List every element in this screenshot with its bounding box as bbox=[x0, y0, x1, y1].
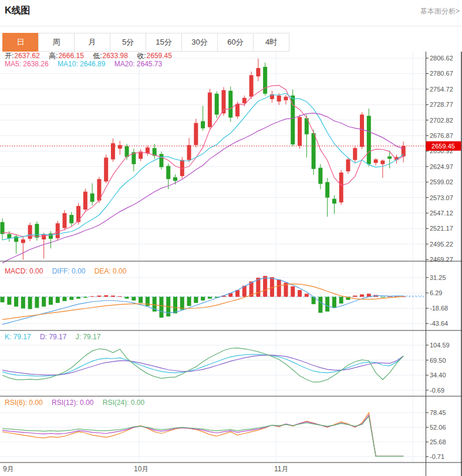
dea-value: DEA: 0.00 bbox=[95, 267, 127, 275]
svg-text:10月: 10月 bbox=[134, 465, 149, 473]
j-value: J: 79.17 bbox=[76, 333, 101, 341]
svg-text:69.50: 69.50 bbox=[430, 357, 446, 364]
macd-value: MACD: 0.00 bbox=[5, 267, 43, 275]
svg-text:-0.71: -0.71 bbox=[430, 453, 444, 460]
low-value: 2633.98 bbox=[103, 52, 128, 60]
price-marker: 2659.45 bbox=[0, 141, 461, 151]
period-tabs: 日 周 月 5分 15分 30分 60分 4时 bbox=[3, 33, 289, 52]
ma5-value: MA5: 2638.26 bbox=[5, 60, 49, 68]
rsi6-value: RSI(6): 0.00 bbox=[5, 399, 43, 407]
low-label: 低: bbox=[93, 52, 102, 60]
svg-text:31.25: 31.25 bbox=[430, 274, 446, 281]
svg-text:2469.27: 2469.27 bbox=[430, 256, 453, 263]
svg-text:2676.87: 2676.87 bbox=[430, 132, 453, 139]
high-label: 高: bbox=[49, 52, 58, 60]
tab-month[interactable]: 月 bbox=[74, 33, 110, 52]
svg-text:25.68: 25.68 bbox=[430, 438, 446, 445]
svg-text:2521.17: 2521.17 bbox=[430, 225, 453, 232]
diff-value: DIFF: 0.00 bbox=[52, 267, 86, 275]
high-value: 2666.15 bbox=[58, 52, 83, 60]
rsi-panel bbox=[2, 413, 403, 456]
kdj-panel bbox=[2, 348, 403, 382]
ma20-value: MA20: 2645.73 bbox=[114, 60, 162, 68]
tab-week[interactable]: 周 bbox=[38, 33, 75, 52]
svg-text:-18.68: -18.68 bbox=[430, 305, 448, 312]
macd-legend: MACD: 0.00 DIFF: 0.00 DEA: 0.00 bbox=[5, 267, 133, 275]
svg-text:2780.67: 2780.67 bbox=[430, 70, 453, 77]
svg-text:2573.07: 2573.07 bbox=[430, 194, 453, 201]
kline-app: 2806.622780.672754.722728.772702.822676.… bbox=[0, 0, 462, 476]
y-axis: 2806.622780.672754.722728.772702.822676.… bbox=[426, 55, 453, 460]
svg-text:52.06: 52.06 bbox=[430, 424, 446, 431]
svg-text:11月: 11月 bbox=[274, 465, 288, 473]
tab-5min[interactable]: 5分 bbox=[110, 33, 146, 52]
page-title: K线图 bbox=[5, 5, 31, 17]
svg-text:-43.64: -43.64 bbox=[430, 320, 448, 327]
svg-text:2702.82: 2702.82 bbox=[430, 117, 453, 124]
open-value: 2637.62 bbox=[14, 52, 39, 60]
svg-text:2659.45: 2659.45 bbox=[431, 143, 455, 150]
macd-panel bbox=[0, 276, 426, 325]
svg-text:6.29: 6.29 bbox=[430, 289, 442, 296]
open-label: 开: bbox=[5, 52, 14, 60]
svg-text:104.59: 104.59 bbox=[430, 342, 450, 349]
svg-text:2806.62: 2806.62 bbox=[430, 55, 453, 62]
rsi12-value: RSI(12): 0.00 bbox=[52, 399, 93, 407]
header: K线图 基本面分析> bbox=[0, 0, 462, 26]
svg-text:-0.69: -0.69 bbox=[430, 387, 444, 394]
svg-text:9月: 9月 bbox=[3, 465, 14, 473]
d-value: D: 79.17 bbox=[40, 333, 66, 341]
svg-text:34.40: 34.40 bbox=[430, 372, 446, 379]
tab-15min[interactable]: 15分 bbox=[146, 33, 182, 52]
tab-60min[interactable]: 60分 bbox=[217, 33, 254, 52]
tab-30min[interactable]: 30分 bbox=[181, 33, 218, 52]
kdj-legend: K: 79.17 D: 79.17 J: 79.17 bbox=[5, 333, 107, 341]
svg-text:2599.02: 2599.02 bbox=[430, 178, 453, 185]
ma10-value: MA10: 2646.89 bbox=[58, 60, 105, 68]
k-value: K: 79.17 bbox=[5, 333, 31, 341]
fundamental-analysis-link[interactable]: 基本面分析> bbox=[420, 6, 460, 16]
svg-text:2728.77: 2728.77 bbox=[430, 101, 453, 108]
close-value: 2659.45 bbox=[147, 52, 172, 60]
svg-text:78.45: 78.45 bbox=[430, 409, 446, 416]
rsi-legend: RSI(6): 0.00 RSI(12): 0.00 RSI(24): 0.00 bbox=[5, 399, 151, 407]
tab-4hour[interactable]: 4时 bbox=[253, 33, 289, 52]
ma-legend: MA5: 2638.26 MA10: 2646.89 MA20: 2645.73 bbox=[5, 60, 169, 68]
tab-day[interactable]: 日 bbox=[2, 33, 39, 52]
svg-text:2754.72: 2754.72 bbox=[430, 86, 453, 93]
close-label: 收: bbox=[137, 52, 146, 60]
svg-text:2547.12: 2547.12 bbox=[430, 210, 453, 217]
x-axis: 9月10月11月 bbox=[3, 465, 288, 473]
svg-text:2495.22: 2495.22 bbox=[430, 241, 453, 248]
svg-text:2624.97: 2624.97 bbox=[430, 163, 453, 170]
rsi24-value: RSI(24): 0.00 bbox=[103, 399, 144, 407]
